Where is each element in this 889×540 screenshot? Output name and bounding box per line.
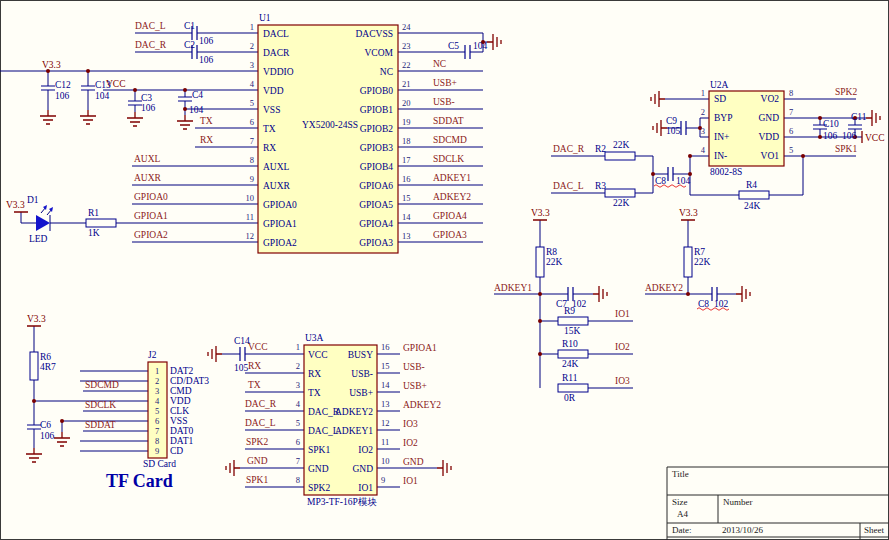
gnd-icon[interactable] [653,120,667,136]
j2-connector[interactable]: J2 SD Card 1 2 3 4 5 6 7 8 9 DAT2 CD/DAT… [143,350,209,469]
pin-name: GPIOB3 [360,143,394,153]
cap-c9[interactable]: C9 105 [666,116,686,136]
gnd-icon[interactable] [593,286,607,302]
pin-number: 21 [402,79,411,89]
designator: R7 [694,247,705,257]
gnd-icon[interactable] [40,110,56,124]
net-label: AUXL [134,154,161,164]
value: 1K [88,228,100,238]
pin-name: CD/DAT3 [170,376,209,386]
pin-name: NC [380,67,393,77]
designator: R1 [88,208,99,218]
cap-c12[interactable]: C12 106 [41,80,71,101]
resistor-r11[interactable]: R11 0R [558,373,588,403]
pin-number: 9 [250,174,254,184]
pin-name: BYP [714,113,732,123]
gnd-icon[interactable] [26,448,42,462]
net-label: USB- [433,97,455,107]
cap-c8-amp[interactable]: C8 104 [654,167,691,187]
cap-c8-adkey[interactable]: C8 102 [697,287,729,310]
value: 22K [613,140,630,150]
net-label: SDCMD [433,135,467,145]
value: 106 [842,131,857,141]
gnd-icon[interactable] [80,110,96,124]
gnd-icon[interactable] [651,91,665,107]
resistor-r1[interactable]: R1 1K [86,208,116,238]
designator: C12 [55,80,71,90]
cap-c6[interactable]: C6 106 [27,420,55,441]
cap-c11[interactable]: C11 106 [842,112,867,141]
pin-name: GND [308,464,329,474]
resistor-r10[interactable]: R10 24K [558,339,588,369]
resistor-r2[interactable]: R2 22K [595,140,635,160]
net-label: ADKEY2 [403,400,441,410]
net-label: GPIOA3 [433,230,467,240]
tf-card-title: TF Card [106,471,173,491]
pin-number: 22 [402,60,411,70]
u3-chip[interactable]: U3A MP3-TF-16P模块 VCC RX TX DAC_R DAC_L S… [296,333,391,507]
pin-number: 1 [250,22,254,32]
titleblock-sheet-label: Sheet [864,525,884,535]
value: 22K [546,257,563,267]
net-label: IO3 [615,376,630,386]
part-name: MP3-TF-16P模块 [307,497,377,507]
designator: R10 [562,339,578,349]
u1-chip[interactable]: U1 YX5200-24SS DACL DACR VDDIO VDD VSS T… [246,13,412,253]
resistor-r4[interactable]: R4 24K [739,180,769,211]
net-label: SDCLK [433,154,464,164]
resistor-r9[interactable]: R9 15K [558,306,588,336]
pin-name: DAT2 [170,366,193,376]
pin-number: 10 [381,456,390,466]
gnd-icon[interactable] [208,346,222,362]
gnd-icon[interactable] [127,112,143,126]
cap-c5[interactable]: C5 104 [448,41,488,59]
gnd-icon[interactable] [487,34,501,50]
pin-number: 7 [789,107,793,117]
value: 22K [613,198,630,208]
net-label: VCC [248,342,268,352]
resistor-r6[interactable]: R6 4R7 [30,352,56,380]
wire [0,33,258,242]
net-label: DAC_L [553,181,584,191]
pin-number: 13 [402,231,411,241]
pin-name: DAT0 [170,426,193,436]
gnd-icon[interactable] [177,115,193,129]
gnd-icon[interactable] [866,110,880,126]
pin-name: VCC [308,350,328,360]
power-label: VCC [865,133,885,143]
pin-name: RX [263,143,276,153]
pin-number: 24 [402,22,411,32]
pin-number: 2 [250,41,254,51]
cap-c10[interactable]: C10 106 [813,119,839,141]
cap-c4[interactable]: C4 104 [178,90,204,115]
cap-c3[interactable]: C3 106 [128,93,156,113]
pin-name: VSS [170,416,187,426]
resistor-r7[interactable]: R7 22K [684,247,711,277]
pin-name: AUXR [263,181,291,191]
pin-name: ADKEY2 [335,407,373,417]
designator: C3 [141,93,152,103]
cap-c13[interactable]: C13 104 [81,80,111,101]
gnd-icon[interactable] [226,460,240,476]
net-label: SDCMD [85,380,119,390]
part-name: SD Card [143,459,176,469]
pin-number: 9 [155,446,159,456]
pin-number: 8 [789,88,793,98]
resistor-r8[interactable]: R8 22K [536,247,563,277]
u2-chip[interactable]: U2A 8002-8S SD BYP IN+ IN- VO2 GND VDD V… [701,80,794,177]
gnd-icon[interactable] [437,460,451,476]
pin-name: BUSY [348,350,373,360]
pin-name: CD [170,446,183,456]
pin-number: 14 [381,380,390,390]
value: 105 [234,363,249,373]
pin-number: 19 [402,117,411,127]
pin-number: 10 [246,193,255,203]
pin-name: GPIOB1 [360,105,394,115]
gnd-icon[interactable] [736,286,750,302]
led-d1[interactable]: D1 LED [27,195,53,244]
pin-name: SPK1 [308,445,330,455]
resistor-r3[interactable]: R3 22K [595,181,635,208]
gnd-icon[interactable] [54,432,70,446]
net-label: DAC_R [135,40,167,50]
designator: R4 [746,180,757,190]
